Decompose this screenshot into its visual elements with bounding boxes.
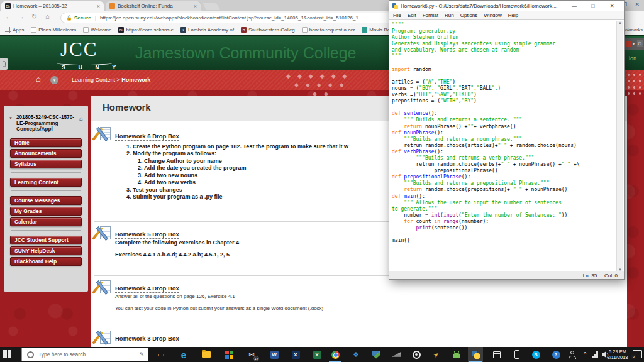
menu-run[interactable]: Run <box>445 13 454 18</box>
sidebar-item-calendar[interactable]: Calendar <box>10 217 82 226</box>
bookmark-lambda[interactable]: λLambda Academy of <box>180 27 234 33</box>
idle-title-bar[interactable]: Homework6.py - C:/Users/data7/Downloads/… <box>389 1 624 11</box>
idle-window[interactable]: Homework6.py - C:/Users/data7/Downloads/… <box>389 0 625 280</box>
hw4-text: You can test your code in Python but sub… <box>115 305 323 311</box>
code-line: def nounPhrase(): <box>392 130 617 136</box>
taskbar-clock[interactable]: 5:29 PM 3/11/2018 <box>602 349 633 360</box>
sidebar-divider <box>11 172 80 173</box>
hw4-link[interactable]: Homework 4 Drop Box <box>115 285 179 293</box>
sidebar-item-announcements[interactable]: Announcements <box>10 149 82 158</box>
menu-help[interactable]: Help <box>508 13 518 18</box>
excel-icon[interactable]: X <box>309 347 325 362</box>
reload-icon[interactable]: ↻ <box>31 13 37 21</box>
bookmark-page[interactable]: Plans Millenicom <box>31 27 76 33</box>
file-explorer-icon[interactable] <box>199 347 214 362</box>
breadcrumb[interactable]: Learning Content > Homework <box>72 77 150 83</box>
bookmark-page[interactable]: how to request a cer <box>302 27 355 33</box>
app-window-icon[interactable] <box>489 347 504 362</box>
app-icon-navy[interactable]: X <box>288 347 303 362</box>
item-divider <box>94 326 625 326</box>
editor-scrollbar[interactable]: ▲▼ <box>616 21 623 272</box>
sidebar-item-learning-content[interactable]: Learning Content <box>10 178 82 187</box>
code-line: prepositions = ("WITH","BY") <box>392 98 617 104</box>
android-studio-icon[interactable] <box>449 347 464 362</box>
tab-homework[interactable]: Bb Homework – 201805-32 × <box>1 1 104 11</box>
menu-options[interactable]: Options <box>460 13 478 18</box>
target-icon[interactable] <box>409 347 424 362</box>
page-icon <box>83 27 89 33</box>
scroll-up-icon[interactable]: ▲ <box>618 21 622 25</box>
laptop-icon[interactable] <box>389 347 404 362</box>
sidebar-item-jcc-student-support[interactable]: JCC Student Support <box>10 236 82 244</box>
store-icon[interactable] <box>221 347 236 362</box>
menu-format[interactable]: Format <box>423 13 438 18</box>
home-icon[interactable]: ⌂ <box>45 13 50 20</box>
breadcrumb-toggle-icon[interactable]: ▼ <box>50 76 58 84</box>
attachment-tab[interactable] <box>0 58 8 70</box>
tab-bookshelf[interactable]: Bookshelf Online: Funda × <box>106 1 201 11</box>
browser-window-controls[interactable]: ❐ ✕ <box>622 1 643 8</box>
hw3-link[interactable]: Homework 3 Drop Box <box>115 335 179 343</box>
url-separator: | <box>95 15 96 21</box>
sidebar-item-blackboard-help[interactable]: Blackboard Help <box>10 257 82 266</box>
collapse-triangle-icon[interactable]: ▼ <box>9 116 13 120</box>
clock-time: 5:29 PM <box>602 349 633 354</box>
course-home-icon[interactable]: ⌂ <box>79 115 83 122</box>
mail-icon[interactable]: ✉14 <box>244 347 259 362</box>
edge-icon[interactable]: e <box>176 347 191 362</box>
sidebar-item-syllabus[interactable]: Syllabus <box>10 160 82 168</box>
start-button[interactable] <box>3 350 12 359</box>
bookmark-pillar[interactable]: ΠSouthwestern Colleg <box>241 27 295 33</box>
code-line: def prepositionalPhrase(): <box>392 174 617 180</box>
menu-file[interactable]: File <box>393 13 401 18</box>
course-home-icon[interactable]: ⌂ <box>36 74 41 84</box>
bookmark-label: Welcome <box>91 27 111 33</box>
sidebar-item-home[interactable]: Home <box>10 138 82 147</box>
tab-close-icon[interactable]: × <box>194 3 197 9</box>
idle-status-bar: Ln: 35 Col: 0 <box>389 271 624 279</box>
hw6-link[interactable]: Homework 6 Drop Box <box>115 133 179 141</box>
new-tab-button[interactable] <box>203 3 220 10</box>
sidebar-divider <box>11 230 80 231</box>
hw5-link[interactable]: Homework 5 Drop Box <box>115 231 179 239</box>
forward-icon[interactable]: → <box>18 13 25 20</box>
menu-edit[interactable]: Edit <box>408 13 416 18</box>
bb-icon: Bb <box>118 27 124 33</box>
python-file-icon <box>392 3 398 9</box>
sidebar-item-suny-helpdesk[interactable]: SUNY HelpDesk <box>10 246 82 255</box>
pen-icon[interactable]: ✎ <box>139 351 144 358</box>
code-line: """" <box>392 22 617 28</box>
dropbox-icon[interactable]: ❖ <box>348 347 364 362</box>
code-editor[interactable]: """"Program: generator.pyAuthor Stephen … <box>389 21 617 272</box>
notification-badge: 3 <box>631 354 636 359</box>
python-idle-icon[interactable] <box>468 347 483 362</box>
avatar[interactable] <box>625 41 631 47</box>
idle-menu-bar: FileEditFormatRunOptionsWindowHelp <box>389 11 624 20</box>
chrome-icon[interactable] <box>328 347 343 362</box>
skype-icon[interactable]: S <box>528 347 543 362</box>
bookmark-page[interactable]: Welcome <box>83 27 111 33</box>
chevron-down-icon[interactable]: ▼ <box>632 42 636 46</box>
tab-close-icon[interactable]: × <box>97 3 100 9</box>
minimize-button[interactable]: — <box>565 3 584 9</box>
back-icon[interactable]: ← <box>5 13 12 20</box>
bookmark-bb[interactable]: Bbhttps://learn.sckans.e <box>118 27 174 33</box>
action-center-icon[interactable]: 3 <box>633 350 642 358</box>
phone-icon[interactable] <box>509 347 525 362</box>
logout-power-icon[interactable]: ⏻ <box>637 40 643 47</box>
sidebar-item-my-grades[interactable]: My Grades <box>10 207 82 216</box>
close-button[interactable]: ✕ <box>602 3 621 9</box>
menu-window[interactable]: Window <box>484 13 501 18</box>
maximize-button[interactable]: □ <box>584 3 602 9</box>
word-icon[interactable]: W <box>267 347 282 362</box>
task-view-icon[interactable]: ▭ <box>153 347 169 362</box>
search-box[interactable]: Type here to search ✎ <box>21 348 148 361</box>
help-icon[interactable]: ? <box>548 347 564 362</box>
screen: Bb Homework – 201805-32 × Bookshelf Onli… <box>0 0 644 362</box>
paper-plane-icon[interactable]: ➤ <box>429 347 444 362</box>
padlock-icon: 🔒 <box>66 15 72 21</box>
bookmark-grid[interactable]: Apps <box>5 27 24 33</box>
defender-shield-icon[interactable] <box>369 347 384 362</box>
sidebar-item-course-messages[interactable]: Course Messages <box>10 196 82 205</box>
code-line: number = int(input("Enter the number of … <box>392 212 617 219</box>
